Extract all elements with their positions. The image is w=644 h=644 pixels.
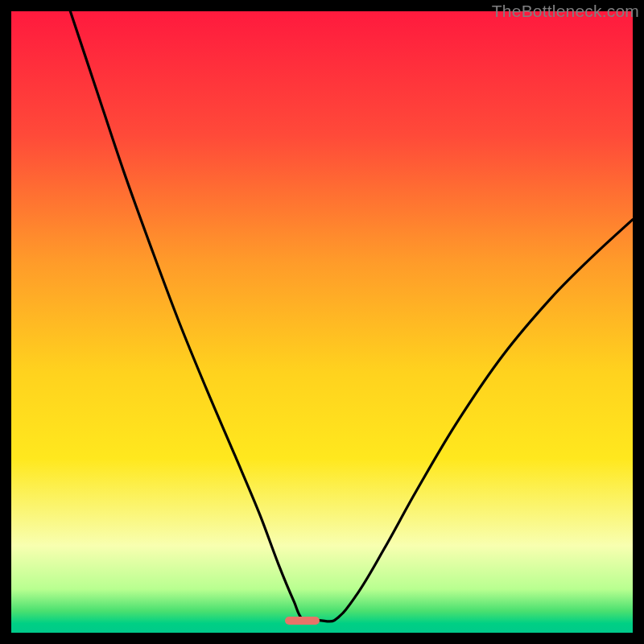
optimum-marker [285, 617, 319, 625]
bottleneck-curve [11, 11, 633, 633]
chart-stage: TheBottleneck.com [0, 0, 644, 644]
plot-area [11, 11, 633, 633]
watermark-text: TheBottleneck.com [492, 2, 639, 21]
